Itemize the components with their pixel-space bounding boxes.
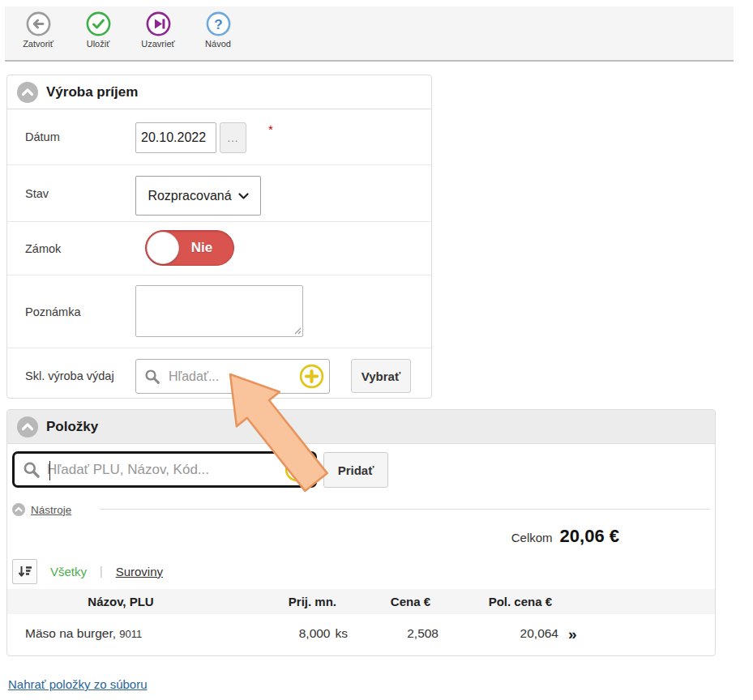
- column-header-price: Cena €: [348, 595, 439, 608]
- warehouse-label: Skl. výroba výdaj: [25, 369, 114, 382]
- date-row: Dátum ... *: [7, 109, 431, 164]
- open-item-chevrons[interactable]: »: [568, 626, 577, 642]
- note-row: Poznámka: [7, 275, 431, 348]
- close-button[interactable]: Zatvoriť: [11, 11, 65, 49]
- column-header-name: Názov, PLU: [7, 595, 234, 608]
- warehouse-add-button[interactable]: [299, 364, 324, 389]
- note-textarea[interactable]: [135, 285, 303, 337]
- toggle-knob: [147, 232, 179, 264]
- search-icon: [144, 369, 160, 385]
- warehouse-search-box: [135, 359, 330, 394]
- toolbar-button-label: Uzavrieť: [141, 39, 174, 49]
- lock-toggle[interactable]: Nie: [145, 230, 234, 266]
- collapse-icon[interactable]: [17, 82, 38, 103]
- sort-button[interactable]: [12, 559, 37, 584]
- chevron-down-icon: [238, 193, 249, 199]
- text-cursor: [49, 461, 50, 480]
- choose-warehouse-button[interactable]: Vybrať: [351, 359, 411, 393]
- item-qty-cell: 8,000ks: [234, 626, 348, 641]
- filter-row: Všetky | Suroviny: [12, 558, 163, 584]
- status-row: Stav Rozpracovaná: [7, 164, 431, 221]
- filter-all[interactable]: Všetky: [50, 565, 87, 578]
- toolbar-button-label: Uložiť: [87, 39, 110, 49]
- note-label: Poznámka: [25, 305, 81, 318]
- total-row: Celkom 20,06 €: [7, 526, 715, 547]
- sort-descending-icon: [17, 564, 32, 579]
- plus-circle-icon: [299, 364, 324, 389]
- date-input[interactable]: [135, 122, 216, 153]
- item-name-cell: Mäso na burger, 9011: [7, 626, 234, 641]
- column-header-qty: Prij. mn.: [234, 595, 348, 608]
- panel-title: Výroba príjem: [46, 84, 138, 100]
- question-icon: ?: [206, 11, 231, 36]
- upload-items-link[interactable]: Nahrať položky zo súboru: [8, 677, 148, 691]
- item-line-total-cell: 20,064: [439, 626, 558, 641]
- items-search-box: [12, 451, 317, 488]
- check-icon: [86, 11, 111, 36]
- items-add-plus-button[interactable]: [285, 457, 310, 482]
- item-price-cell: 2,508: [348, 626, 439, 641]
- note-field-wrap: [135, 285, 303, 337]
- lock-row: Zámok Nie: [7, 221, 431, 275]
- total-label: Celkom: [511, 531, 553, 544]
- item-unit: ks: [336, 626, 349, 640]
- add-item-button[interactable]: Pridať: [323, 452, 388, 488]
- warehouse-row: Skl. výroba výdaj Vybrať: [7, 348, 431, 403]
- resize-grip-icon[interactable]: [293, 327, 302, 335]
- table-header: Názov, PLU Prij. mn. Cena € Pol. cena €: [7, 589, 715, 614]
- date-picker-button[interactable]: ...: [220, 122, 246, 153]
- table-row[interactable]: Mäso na burger, 9011 8,000ks 2,508 20,06…: [7, 614, 715, 653]
- status-label: Stav: [25, 187, 49, 200]
- divider: [100, 509, 710, 510]
- item-plu: 9011: [119, 628, 142, 640]
- toggle-state-label: Nie: [180, 231, 224, 265]
- items-panel: Položky Pridať Nást: [6, 409, 716, 656]
- tools-row: Nástroje: [12, 501, 71, 519]
- search-icon: [23, 461, 41, 479]
- arrow-left-icon: [26, 11, 51, 36]
- plus-circle-icon: [285, 457, 310, 482]
- tools-toggle-link[interactable]: Nástroje: [12, 503, 71, 516]
- tools-label: Nástroje: [31, 504, 71, 516]
- svg-text:?: ?: [214, 17, 222, 32]
- help-button[interactable]: ? Návod: [191, 11, 245, 49]
- panel-title: Položky: [46, 419, 98, 435]
- column-header-line-total: Pol. cena €: [439, 595, 558, 608]
- production-panel-header: Výroba príjem: [7, 75, 431, 109]
- collapse-icon[interactable]: [17, 416, 38, 438]
- finalize-button[interactable]: Uzavrieť: [131, 11, 185, 49]
- items-panel-header: Položky: [7, 410, 715, 444]
- total-value: 20,06 €: [560, 526, 619, 547]
- skip-forward-icon: [146, 11, 171, 36]
- filter-separator: |: [100, 565, 103, 578]
- required-asterisk: *: [268, 122, 273, 136]
- lock-label: Zámok: [25, 242, 61, 255]
- warehouse-search-input[interactable]: [167, 369, 299, 385]
- toolbar: Zatvoriť Uložiť Uzavrieť ? Návod: [5, 6, 734, 62]
- production-panel: Výroba príjem Dátum ... * Stav Rozpracov…: [6, 75, 432, 399]
- status-select-value: Rozpracovaná: [148, 189, 231, 203]
- save-button[interactable]: Uložiť: [71, 11, 125, 49]
- filter-raw-materials[interactable]: Suroviny: [116, 565, 163, 578]
- date-label: Dátum: [25, 130, 60, 143]
- collapse-icon-small: [12, 503, 25, 516]
- toolbar-button-label: Zatvoriť: [23, 39, 53, 49]
- item-name: Mäso na burger,: [25, 626, 116, 640]
- item-qty: 8,000: [299, 626, 331, 640]
- toolbar-button-label: Návod: [205, 39, 231, 49]
- status-select[interactable]: Rozpracovaná: [135, 176, 261, 216]
- page: Zatvoriť Uložiť Uzavrieť ? Návod: [0, 0, 753, 700]
- items-search-input[interactable]: [45, 461, 285, 479]
